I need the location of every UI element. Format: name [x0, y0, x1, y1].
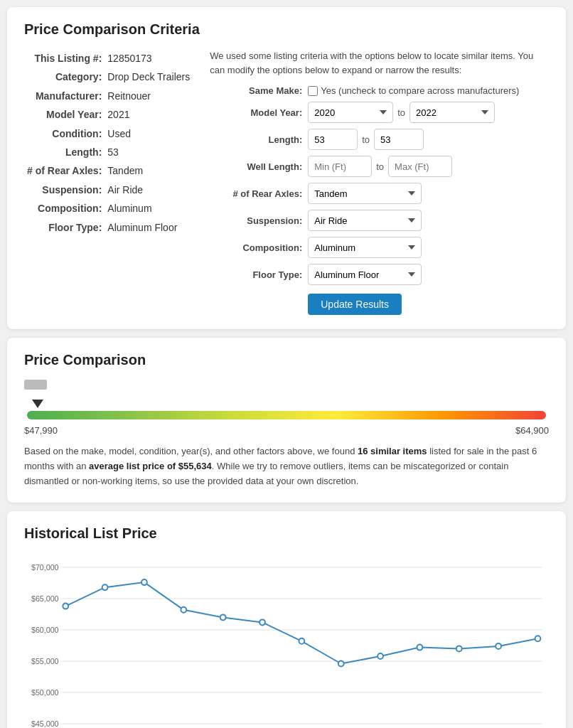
length-to-input[interactable]: [374, 129, 424, 150]
model-year-row: Model Year: 2020 2021 2022 to 2020 2021 …: [210, 102, 549, 123]
svg-point-36: [496, 643, 501, 649]
well-length-row: Well Length: to: [210, 156, 549, 177]
price-bar: [27, 411, 546, 419]
well-length-label: Well Length:: [210, 161, 302, 172]
same-make-check-label: Yes (uncheck to compare across manufactu…: [308, 85, 519, 96]
composition-select[interactable]: Aluminum Steel Other: [308, 237, 422, 258]
price-labels: $47,990 $64,900: [24, 425, 549, 436]
composition-row: Composition: Aluminum Steel Other: [210, 237, 549, 258]
category-label: Category:: [24, 68, 105, 86]
svg-point-25: [63, 604, 68, 609]
manufacturer-label: Manufacturer:: [24, 87, 105, 105]
model-year-field-group: 2020 2021 2022 to 2020 2021 2022: [308, 102, 549, 123]
svg-point-28: [181, 607, 186, 613]
criteria-card: Price Comparison Criteria This Listing #…: [7, 7, 566, 329]
rear-axles-value-left: Tandem: [105, 161, 193, 180]
condition-value: Used: [105, 124, 193, 143]
rear-axles-label-left: # of Rear Axles:: [24, 161, 105, 180]
listing-value: 12850173: [105, 49, 193, 68]
svg-point-26: [102, 585, 108, 591]
svg-text:$65,000: $65,000: [31, 594, 59, 603]
svg-point-35: [456, 646, 462, 652]
composition-field-group: Aluminum Steel Other: [308, 237, 549, 258]
length-value-left: 53: [105, 143, 193, 161]
floor-type-select[interactable]: Aluminum Floor Wood Floor Steel Floor No…: [308, 264, 422, 285]
suspension-select[interactable]: Air Ride Spring Other: [308, 210, 422, 231]
same-make-label: Same Make:: [210, 85, 302, 96]
intro-text: We used some listing criteria with the o…: [210, 49, 549, 77]
floor-type-label-left: Floor Type:: [24, 218, 105, 237]
suspension-field-group: Air Ride Spring Other: [308, 210, 549, 231]
svg-point-29: [220, 615, 226, 621]
length-label: Length:: [210, 134, 302, 145]
svg-point-30: [259, 620, 265, 626]
price-description: Based on the make, model, condition, yea…: [24, 444, 549, 488]
price-marker-arrow: [32, 400, 43, 408]
svg-point-32: [338, 661, 344, 667]
criteria-title: Price Comparison Criteria: [24, 21, 549, 38]
same-make-checkbox[interactable]: [308, 86, 318, 96]
criteria-layout: This Listing #: 12850173 Category: Drop …: [24, 49, 549, 315]
to-label-2: to: [362, 134, 370, 145]
svg-point-31: [299, 638, 304, 644]
condition-label: Condition:: [24, 124, 105, 143]
length-from-input[interactable]: [308, 129, 358, 150]
category-value: Drop Deck Trailers: [105, 68, 193, 86]
svg-point-37: [535, 636, 541, 642]
svg-text:$45,000: $45,000: [31, 719, 59, 728]
model-year-to-select[interactable]: 2020 2021 2022: [409, 102, 495, 123]
svg-point-33: [377, 653, 383, 659]
rear-axles-select[interactable]: Single Tandem Tridem: [308, 183, 422, 204]
model-year-value-left: 2021: [105, 105, 193, 124]
min-price-label: $47,990: [24, 425, 58, 436]
price-comparison-card: Price Comparison $47,990 $64,900 Based o…: [7, 338, 566, 503]
criteria-right: We used some listing criteria with the o…: [210, 49, 549, 315]
floor-type-field-group: Aluminum Floor Wood Floor Steel Floor No…: [308, 264, 549, 285]
criteria-left: This Listing #: 12850173 Category: Drop …: [24, 49, 193, 315]
manufacturer-value: Reitnouer: [105, 87, 193, 105]
svg-point-27: [141, 579, 147, 585]
length-row: Length: to: [210, 129, 549, 150]
well-length-from-input[interactable]: [308, 156, 372, 177]
length-field-group: to: [308, 129, 549, 150]
price-marker: [32, 400, 43, 408]
historical-chart: $70,000 $65,000 $60,000 $55,000 $50,000 …: [24, 553, 549, 728]
length-label-left: Length:: [24, 143, 105, 161]
svg-point-34: [417, 645, 423, 651]
svg-text:$50,000: $50,000: [31, 688, 59, 697]
composition-label: Composition:: [210, 242, 302, 253]
same-make-row: Same Make: Yes (uncheck to compare acros…: [210, 85, 549, 96]
floor-type-value-left: Aluminum Floor: [105, 218, 193, 237]
rear-axles-row: # of Rear Axles: Single Tandem Tridem: [210, 183, 549, 204]
max-price-label: $64,900: [515, 425, 549, 436]
rear-axles-label: # of Rear Axles:: [210, 188, 302, 199]
floor-type-label: Floor Type:: [210, 269, 302, 280]
model-year-from-select[interactable]: 2020 2021 2022: [308, 102, 393, 123]
suspension-label-left: Suspension:: [24, 181, 105, 199]
svg-text:$60,000: $60,000: [31, 626, 59, 634]
svg-text:$70,000: $70,000: [31, 563, 59, 572]
similar-items-count: 16 similar items: [358, 446, 427, 456]
chart-container: $70,000 $65,000 $60,000 $55,000 $50,000 …: [24, 553, 549, 728]
average-label: average list price of $55,634: [89, 461, 212, 471]
floor-type-row: Floor Type: Aluminum Floor Wood Floor St…: [210, 264, 549, 285]
model-year-label: Model Year:: [210, 107, 302, 118]
well-length-field-group: to: [308, 156, 549, 177]
price-bar-container: [24, 411, 549, 419]
price-comparison-title: Price Comparison: [24, 352, 549, 368]
composition-label-left: Composition:: [24, 199, 105, 218]
rear-axles-field-group: Single Tandem Tridem: [308, 183, 549, 204]
grey-indicator: [24, 380, 47, 390]
suspension-label: Suspension:: [210, 215, 302, 226]
well-length-to-input[interactable]: [388, 156, 452, 177]
historical-price-title: Historical List Price: [24, 525, 549, 542]
historical-price-card: Historical List Price $70,000 $65,000 $6…: [7, 511, 566, 728]
model-year-label-left: Model Year:: [24, 105, 105, 124]
suspension-row: Suspension: Air Ride Spring Other: [210, 210, 549, 231]
to-label-3: to: [376, 161, 384, 172]
composition-value-left: Aluminum: [105, 199, 193, 218]
svg-text:$55,000: $55,000: [31, 657, 59, 665]
update-results-button[interactable]: Update Results: [308, 294, 402, 315]
to-label-1: to: [397, 107, 405, 118]
suspension-value-left: Air Ride: [105, 181, 193, 199]
